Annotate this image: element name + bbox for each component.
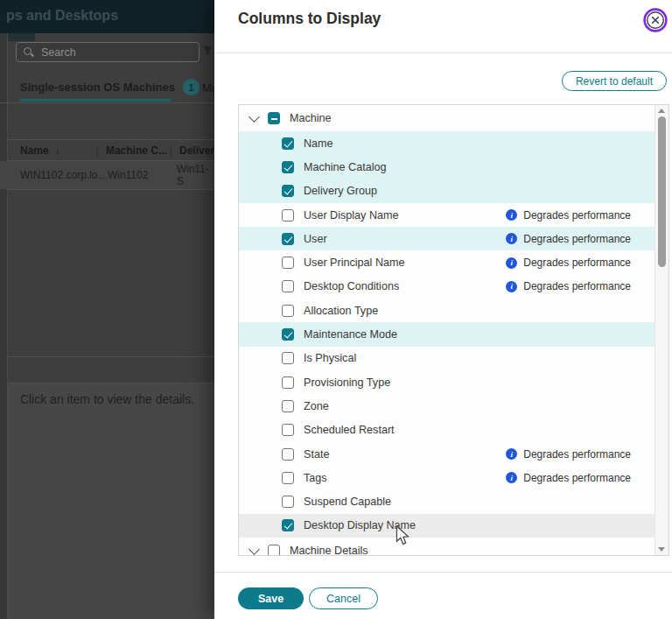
degrades-performance-badge: Degrades performance bbox=[506, 448, 631, 461]
scroll-up-icon[interactable] bbox=[658, 109, 665, 113]
column-divider: | bbox=[170, 144, 172, 157]
column-row-user-principal-name[interactable]: User Principal NameDegrades performance bbox=[239, 250, 654, 274]
column-row-delivery-group[interactable]: Delivery Group bbox=[239, 179, 654, 203]
revert-to-default-button[interactable]: Revert to default bbox=[562, 71, 667, 91]
details-pane bbox=[8, 383, 214, 619]
group-row-machine[interactable]: Machine bbox=[239, 105, 654, 131]
column-row-zone[interactable]: Zone bbox=[239, 394, 654, 418]
scrollbar-thumb[interactable] bbox=[658, 116, 666, 267]
info-icon bbox=[506, 233, 517, 244]
column-checkbox[interactable] bbox=[282, 472, 294, 484]
column-row-is-physical[interactable]: Is Physical bbox=[239, 347, 654, 370]
column-checkbox[interactable] bbox=[282, 137, 294, 150]
column-checkbox[interactable] bbox=[282, 305, 294, 317]
column-label: Provisioning Type bbox=[304, 376, 390, 389]
scroll-down-icon[interactable] bbox=[658, 547, 665, 552]
column-label: Allocation Type bbox=[304, 305, 378, 317]
info-icon bbox=[506, 448, 517, 460]
divider bbox=[214, 572, 672, 573]
column-checkbox[interactable] bbox=[282, 233, 294, 245]
column-row-desktop-conditions[interactable]: Desktop ConditionsDegrades performance bbox=[239, 275, 654, 299]
app-header: ps and Desktops bbox=[0, 0, 214, 33]
column-header-delivery-group[interactable]: Deliver bbox=[179, 144, 214, 157]
degrades-performance-label: Degrades performance bbox=[523, 257, 631, 269]
column-checkbox[interactable] bbox=[282, 424, 294, 436]
column-row-state[interactable]: StateDegrades performance bbox=[239, 442, 654, 466]
table-row[interactable]: WIN1102.corp.lo... Win1102 Win11-S bbox=[0, 161, 214, 189]
column-row-desktop-display-name[interactable]: Desktop Display Name bbox=[239, 514, 654, 538]
column-label: Desktop Display Name bbox=[304, 519, 416, 531]
chevron-down-icon[interactable] bbox=[248, 544, 260, 555]
column-row-scheduled-restart[interactable]: Scheduled Restart bbox=[239, 419, 654, 442]
degrades-performance-label: Degrades performance bbox=[523, 280, 631, 292]
column-checkbox[interactable] bbox=[282, 209, 294, 222]
search-icon bbox=[24, 47, 34, 58]
scrollbar[interactable] bbox=[654, 105, 668, 555]
group-label: Machine bbox=[290, 112, 332, 124]
column-row-user[interactable]: UserDegrades performance bbox=[239, 227, 654, 250]
column-row-suspend-capable[interactable]: Suspend Capable bbox=[239, 489, 654, 513]
column-label: Maintenance Mode bbox=[304, 328, 397, 341]
column-label: User Principal Name bbox=[304, 257, 404, 269]
group-label: Machine Details bbox=[290, 545, 368, 556]
column-checkbox[interactable] bbox=[282, 161, 294, 173]
column-checkbox[interactable] bbox=[282, 400, 294, 412]
degrades-performance-label: Degrades performance bbox=[523, 448, 631, 461]
sort-desc-icon: ↓ bbox=[55, 144, 60, 157]
column-checkbox[interactable] bbox=[282, 352, 294, 364]
column-row-tags[interactable]: TagsDegrades performance bbox=[239, 466, 654, 489]
column-row-name[interactable]: Name bbox=[239, 131, 654, 155]
column-row-allocation-type[interactable]: Allocation Type bbox=[239, 299, 654, 322]
column-header-name[interactable]: Name bbox=[20, 144, 49, 157]
empty-details-message: Click an item to view the details. bbox=[0, 392, 214, 406]
search-input[interactable] bbox=[39, 46, 174, 60]
cell-machine-catalog: Win1102 bbox=[108, 169, 177, 181]
column-label: Suspend Capable bbox=[304, 496, 391, 508]
column-label: Zone bbox=[304, 400, 329, 412]
divider bbox=[0, 102, 214, 103]
column-row-user-display-name[interactable]: User Display NameDegrades performance bbox=[239, 203, 654, 227]
degrades-performance-badge: Degrades performance bbox=[506, 280, 631, 292]
tab-bar: Single-session OS Machines 1 Mu bbox=[0, 75, 214, 102]
column-row-machine-catalog[interactable]: Machine Catalog bbox=[239, 155, 654, 179]
column-checkbox[interactable] bbox=[282, 280, 294, 292]
cancel-button[interactable]: Cancel bbox=[309, 587, 378, 609]
degrades-performance-label: Degrades performance bbox=[523, 472, 631, 484]
column-divider: | bbox=[96, 144, 99, 157]
group-checkbox[interactable] bbox=[268, 112, 280, 124]
column-checkbox[interactable] bbox=[282, 328, 294, 341]
column-label: Is Physical bbox=[304, 352, 356, 364]
chevron-down-icon[interactable] bbox=[248, 111, 260, 123]
column-checkbox[interactable] bbox=[282, 185, 294, 197]
degrades-performance-label: Degrades performance bbox=[523, 233, 631, 245]
left-rail bbox=[0, 33, 8, 619]
column-header-machine-catalog[interactable]: Machine C... bbox=[106, 144, 170, 157]
tab-single-session-os-machines[interactable]: Single-session OS Machines 1 bbox=[20, 79, 200, 95]
column-label: Delivery Group bbox=[304, 185, 377, 197]
active-tab-underline bbox=[20, 99, 171, 102]
divider bbox=[214, 53, 672, 53]
column-row-maintenance-mode[interactable]: Maintenance Mode bbox=[239, 322, 654, 346]
group-row-machine-details[interactable]: Machine Details bbox=[239, 538, 654, 556]
column-label: Desktop Conditions bbox=[304, 280, 399, 292]
save-button[interactable]: Save bbox=[238, 587, 304, 609]
divider bbox=[8, 356, 214, 357]
degrades-performance-badge: Degrades performance bbox=[506, 472, 631, 484]
group-checkbox[interactable] bbox=[268, 545, 280, 556]
column-checkbox[interactable] bbox=[282, 519, 294, 531]
tab-multi-session-os-machines[interactable]: Mu bbox=[202, 81, 214, 95]
info-icon bbox=[506, 281, 517, 292]
filter-icon[interactable] bbox=[201, 45, 214, 61]
column-checkbox[interactable] bbox=[282, 257, 294, 269]
tab-count-badge: 1 bbox=[183, 79, 200, 95]
column-checkbox[interactable] bbox=[282, 376, 294, 389]
column-label: Tags bbox=[304, 472, 327, 484]
tab-label: Single-session OS Machines bbox=[20, 81, 175, 94]
column-label: Machine Catalog bbox=[304, 161, 387, 173]
column-checkbox[interactable] bbox=[282, 448, 294, 461]
column-label: Scheduled Restart bbox=[304, 424, 395, 436]
close-icon[interactable] bbox=[641, 6, 669, 34]
column-checkbox[interactable] bbox=[282, 496, 294, 508]
search-box[interactable] bbox=[16, 42, 200, 62]
column-row-provisioning-type[interactable]: Provisioning Type bbox=[239, 370, 654, 394]
